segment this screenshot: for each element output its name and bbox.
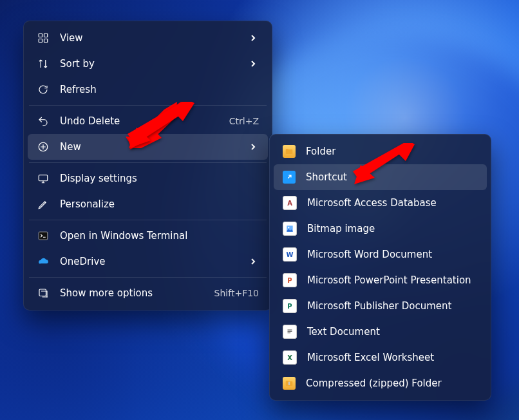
menu-item-label: Show more options <box>60 287 204 299</box>
zip-icon <box>283 377 296 390</box>
sort-icon <box>37 57 50 70</box>
menu-separator <box>29 277 267 278</box>
menu-item-label: Open in Windows Terminal <box>60 230 259 242</box>
menu-item-label: Personalize <box>60 198 259 210</box>
svg-rect-6 <box>39 232 48 240</box>
svg-point-8 <box>46 296 48 298</box>
refresh-icon <box>37 83 50 96</box>
menu-item-shortcut: Ctrl+Z <box>229 116 259 126</box>
menu-item-display-settings[interactable]: Display settings <box>28 166 268 191</box>
submenu-item-shortcut[interactable]: Shortcut <box>274 164 487 190</box>
menu-separator <box>29 162 267 163</box>
shortcut-icon <box>283 171 296 184</box>
access-icon: A <box>283 196 297 210</box>
excel-icon: X <box>283 350 297 365</box>
submenu-item-text-document[interactable]: Text Document <box>274 319 487 345</box>
submenu-item-publisher-document[interactable]: P Microsoft Publisher Document <box>274 293 487 319</box>
menu-separator <box>29 220 267 220</box>
svg-rect-11 <box>288 382 290 385</box>
bitmap-icon <box>283 222 297 236</box>
menu-item-open-in-windows-terminal[interactable]: Open in Windows Terminal <box>28 223 268 249</box>
submenu-item-excel-worksheet[interactable]: X Microsoft Excel Worksheet <box>274 345 487 370</box>
menu-item-shortcut: Shift+F10 <box>214 288 259 298</box>
grid-icon <box>37 32 50 44</box>
word-icon: W <box>283 247 297 262</box>
submenu-item-access-database[interactable]: A Microsoft Access Database <box>274 190 487 216</box>
chevron-right-icon <box>247 34 259 42</box>
submenu-item-compressed-folder[interactable]: Compressed (zipped) Folder <box>274 370 487 396</box>
menu-item-label: New <box>60 141 237 153</box>
submenu-item-label: Microsoft Excel Worksheet <box>307 352 478 363</box>
svg-rect-7 <box>39 289 46 296</box>
submenu-item-label: Compressed (zipped) Folder <box>306 377 478 389</box>
chevron-right-icon <box>247 60 259 68</box>
submenu-item-label: Text Document <box>307 326 478 338</box>
more-icon <box>37 287 50 300</box>
new-icon <box>37 140 50 153</box>
menu-separator <box>29 105 267 106</box>
submenu-item-label: Microsoft PowerPoint Presentation <box>307 274 478 286</box>
powerpoint-icon: P <box>283 273 297 287</box>
menu-item-label: View <box>60 32 237 44</box>
undo-icon <box>37 115 50 128</box>
menu-item-sort-by[interactable]: Sort by <box>28 51 268 77</box>
submenu-item-word-document[interactable]: W Microsoft Word Document <box>274 242 487 267</box>
submenu-item-label: Folder <box>306 146 478 157</box>
menu-item-show-more-options[interactable]: Show more options Shift+F10 <box>28 280 268 306</box>
new-submenu: Folder Shortcut A Microsoft Access Datab… <box>269 134 491 401</box>
menu-item-personalize[interactable]: Personalize <box>28 191 268 217</box>
menu-item-label: OneDrive <box>60 256 237 267</box>
submenu-item-powerpoint-presentation[interactable]: P Microsoft PowerPoint Presentation <box>274 267 487 293</box>
menu-item-new[interactable]: New <box>28 134 268 160</box>
submenu-item-label: Microsoft Word Document <box>307 249 478 260</box>
svg-rect-0 <box>39 33 42 37</box>
menu-item-label: Display settings <box>60 173 259 184</box>
menu-item-label: Undo Delete <box>60 115 219 127</box>
submenu-item-label: Microsoft Access Database <box>307 197 478 209</box>
submenu-item-label: Microsoft Publisher Document <box>307 300 478 312</box>
menu-item-undo-delete[interactable]: Undo Delete Ctrl+Z <box>28 108 268 134</box>
svg-rect-3 <box>44 39 48 43</box>
menu-item-view[interactable]: View <box>28 25 268 51</box>
submenu-item-label: Shortcut <box>306 171 478 183</box>
display-icon <box>37 172 50 185</box>
terminal-icon <box>37 229 50 242</box>
publisher-icon: P <box>283 299 297 313</box>
chevron-right-icon <box>247 258 259 265</box>
menu-item-refresh[interactable]: Refresh <box>28 77 268 102</box>
submenu-item-label: Bitmap image <box>307 223 478 234</box>
onedrive-icon <box>37 255 50 268</box>
menu-item-label: Sort by <box>60 58 237 70</box>
svg-point-10 <box>288 227 289 228</box>
desktop-context-menu: View Sort by Refresh Undo Delete Ctrl+Z … <box>23 21 272 310</box>
chevron-right-icon <box>247 143 259 151</box>
personalize-icon <box>37 198 50 211</box>
menu-item-label: Refresh <box>60 84 259 95</box>
folder-icon <box>283 145 296 158</box>
submenu-item-folder[interactable]: Folder <box>274 138 487 164</box>
menu-item-onedrive[interactable]: OneDrive <box>28 249 268 274</box>
svg-rect-1 <box>44 33 48 37</box>
svg-rect-2 <box>39 39 42 43</box>
submenu-item-bitmap-image[interactable]: Bitmap image <box>274 216 487 242</box>
text-icon <box>283 325 297 339</box>
svg-rect-5 <box>39 175 48 181</box>
